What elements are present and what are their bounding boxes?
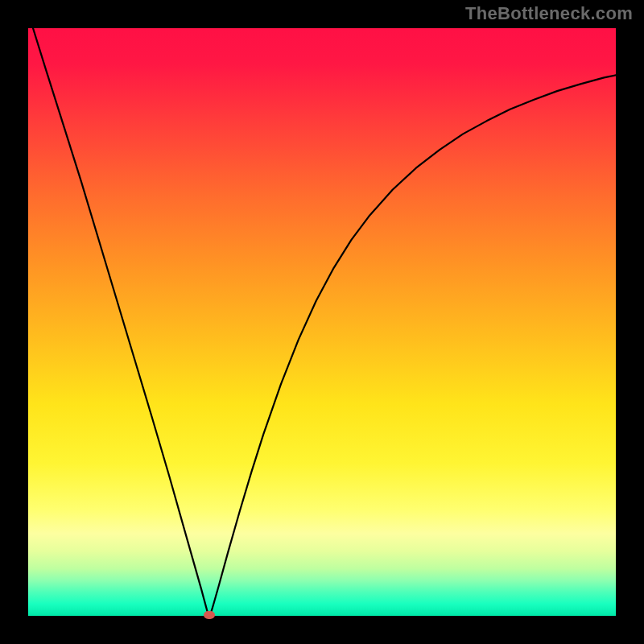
bottleneck-curve [28, 28, 616, 616]
chart-frame: TheBottleneck.com [0, 0, 644, 644]
minimum-marker [204, 611, 215, 619]
watermark-text: TheBottleneck.com [465, 3, 633, 24]
curve-path [33, 28, 616, 616]
plot-area [28, 28, 616, 616]
